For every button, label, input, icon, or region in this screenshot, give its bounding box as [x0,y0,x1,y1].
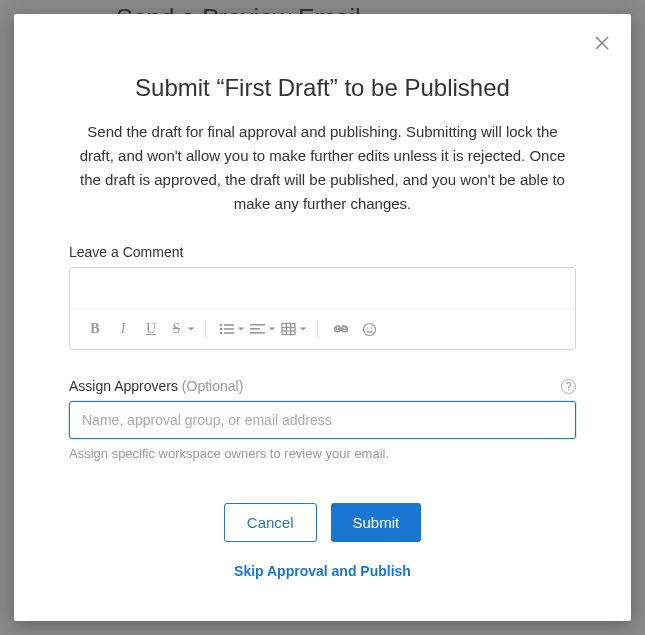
strike-button[interactable]: S [166,317,195,341]
chevron-down-icon [299,325,307,333]
editor-toolbar: B I U S [70,308,575,349]
svg-point-20 [371,327,372,328]
modal-title: Submit “First Draft” to be Published [69,74,576,102]
svg-rect-7 [224,332,234,334]
svg-rect-5 [224,328,234,330]
align-left-icon [250,322,265,336]
chevron-down-icon [237,325,245,333]
approvers-help-button[interactable]: ? [561,379,576,394]
svg-rect-9 [250,328,260,330]
svg-rect-11 [282,324,295,335]
chevron-down-icon [187,325,195,333]
modal-description: Send the draft for final approval and pu… [69,120,576,216]
emoji-button[interactable] [356,317,382,341]
table-icon [281,322,296,336]
cancel-button[interactable]: Cancel [224,503,317,542]
chevron-down-icon [268,325,276,333]
list-bullet-icon [219,322,234,336]
emoji-icon [362,322,377,337]
approvers-hint: Assign specific workspace owners to revi… [69,446,576,461]
bold-button[interactable]: B [82,317,108,341]
italic-button[interactable]: I [110,317,136,341]
svg-rect-8 [250,324,265,326]
align-button[interactable] [247,317,276,341]
svg-point-18 [363,323,375,335]
link-icon [333,322,349,336]
toolbar-separator [205,320,206,338]
svg-point-19 [366,327,367,328]
link-button[interactable] [328,317,354,341]
skip-approval-link[interactable]: Skip Approval and Publish [234,563,411,579]
close-icon [595,36,609,50]
toolbar-separator [317,320,318,338]
approvers-label: Assign Approvers (Optional) [69,378,243,394]
comment-editor: B I U S [69,267,576,350]
svg-point-2 [220,324,223,327]
close-button[interactable] [592,33,612,53]
submit-draft-modal: Submit “First Draft” to be Published Sen… [14,14,631,621]
approvers-input[interactable] [69,401,576,439]
svg-point-4 [220,328,223,331]
underline-button[interactable]: U [138,317,164,341]
svg-rect-10 [250,332,265,334]
table-button[interactable] [278,317,307,341]
svg-point-6 [220,332,223,335]
submit-button[interactable]: Submit [331,503,422,542]
svg-rect-3 [224,324,234,326]
comment-label: Leave a Comment [69,244,576,260]
comment-textarea[interactable] [70,268,575,308]
unordered-list-button[interactable] [216,317,245,341]
